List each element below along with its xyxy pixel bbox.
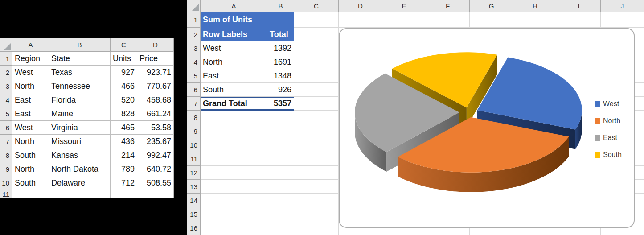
cell-D10[interactable]: 508.55 [137, 176, 174, 190]
cell-A10[interactable]: South [12, 176, 49, 190]
cell-A14[interactable] [201, 194, 267, 207]
cell-J1[interactable] [601, 12, 644, 28]
col-header-I[interactable]: I [557, 0, 601, 12]
row-header-3[interactable]: 3 [0, 79, 12, 93]
cell-B1[interactable] [267, 12, 294, 28]
cell-B4[interactable]: 1691 [267, 55, 294, 69]
cell-B16[interactable] [267, 221, 294, 235]
cell-D4[interactable]: 458.68 [137, 93, 174, 107]
cell-D2[interactable]: 923.71 [137, 66, 174, 79]
col-header-B[interactable]: B [267, 0, 294, 12]
cell-C7[interactable]: 436 [111, 135, 137, 148]
cell-H1[interactable] [513, 12, 557, 28]
cell-A3[interactable]: West [201, 41, 267, 55]
cell-B12[interactable] [267, 166, 294, 180]
col-header-B[interactable]: B [49, 38, 111, 52]
row-header-4[interactable]: 4 [187, 55, 201, 69]
cell-A6[interactable]: South [201, 83, 267, 97]
cell-F1[interactable] [426, 12, 470, 28]
row-header-16[interactable]: 16 [187, 221, 201, 235]
cell-B5[interactable]: 1348 [267, 69, 294, 83]
cell-B8[interactable]: Kansas [49, 148, 111, 162]
cell-B10[interactable]: Delaware [49, 176, 111, 190]
cell-A16[interactable] [201, 221, 267, 235]
3d-pie-chart[interactable] [340, 29, 634, 227]
cell-B15[interactable] [267, 207, 294, 221]
cell-D7[interactable]: 235.67 [137, 135, 174, 148]
cell-A4[interactable]: East [12, 93, 49, 107]
row-header-9[interactable]: 9 [0, 162, 12, 176]
cell-C8[interactable]: 214 [111, 148, 137, 162]
row-header-1[interactable]: 1 [187, 12, 201, 28]
cell-C3[interactable]: 466 [111, 79, 137, 93]
cell-C12[interactable] [294, 166, 339, 180]
cell-A2[interactable]: West [12, 66, 49, 79]
cell-C9[interactable] [294, 124, 339, 138]
row-header-14[interactable]: 14 [187, 194, 201, 207]
row-header-10[interactable]: 10 [187, 138, 201, 152]
col-header-J[interactable]: J [601, 0, 644, 12]
col-header-D[interactable]: D [339, 0, 382, 12]
cell-D5[interactable]: 661.24 [137, 107, 174, 121]
col-header-C[interactable]: C [111, 38, 137, 52]
row-header-5[interactable]: 5 [187, 69, 201, 83]
cell-B2[interactable]: Texas [49, 66, 111, 79]
cell-C3[interactable] [294, 41, 339, 55]
cell-A11[interactable] [201, 152, 267, 166]
row-header-15[interactable]: 15 [187, 207, 201, 221]
cell-B10[interactable] [267, 138, 294, 152]
row-header-6[interactable]: 6 [187, 83, 201, 97]
row-header-9[interactable]: 9 [187, 124, 201, 138]
cell-B7[interactable]: Missouri [49, 135, 111, 148]
cell-C4[interactable] [294, 55, 339, 69]
row-header-11[interactable]: 11 [187, 152, 201, 166]
cell-A11[interactable] [12, 190, 49, 198]
row-header-4[interactable]: 4 [0, 93, 12, 107]
cell-C5[interactable] [294, 69, 339, 83]
cell-C1[interactable] [294, 12, 339, 28]
cell-B9[interactable] [267, 124, 294, 138]
col-header-D[interactable]: D [137, 38, 174, 52]
cell-B4[interactable]: Florida [49, 93, 111, 107]
cell-B3[interactable]: 1392 [267, 41, 294, 55]
cell-A5[interactable]: East [12, 107, 49, 121]
cell-A1[interactable]: Sum of Units [201, 12, 267, 28]
cell-B6[interactable]: Virginia [49, 121, 111, 135]
cell-C10[interactable] [294, 138, 339, 152]
cell-B7[interactable]: 5357 [267, 97, 294, 111]
cell-A1[interactable]: Region [12, 52, 49, 66]
cell-C7[interactable] [294, 97, 339, 111]
col-header-A[interactable]: A [201, 0, 267, 12]
cell-A8[interactable]: South [12, 148, 49, 162]
cell-A4[interactable]: North [201, 55, 267, 69]
row-header-3[interactable]: 3 [187, 41, 201, 55]
cell-C6[interactable] [294, 83, 339, 97]
select-all-corner[interactable] [0, 38, 12, 52]
cell-B6[interactable]: 926 [267, 83, 294, 97]
cell-E1[interactable] [382, 12, 426, 28]
cell-C15[interactable] [294, 207, 339, 221]
legend-item-west[interactable]: West [595, 99, 622, 109]
cell-C16[interactable] [294, 221, 339, 235]
cell-A15[interactable] [201, 207, 267, 221]
cell-D3[interactable]: 770.67 [137, 79, 174, 93]
cell-C2[interactable] [294, 28, 339, 41]
cell-A3[interactable]: North [12, 79, 49, 93]
row-header-11[interactable]: 11 [0, 190, 12, 198]
col-header-C[interactable]: C [294, 0, 339, 12]
row-header-13[interactable]: 13 [187, 180, 201, 194]
col-header-E[interactable]: E [382, 0, 426, 12]
cell-A7[interactable]: Grand Total [201, 97, 267, 111]
cell-D9[interactable]: 640.72 [137, 162, 174, 176]
col-header-A[interactable]: A [12, 38, 49, 52]
cell-A2[interactable]: Row Labels [201, 28, 267, 41]
row-header-10[interactable]: 10 [0, 176, 12, 190]
cell-B1[interactable]: State [49, 52, 111, 66]
cell-D11[interactable] [137, 190, 174, 198]
row-header-2[interactable]: 2 [0, 66, 12, 79]
cell-B5[interactable]: Maine [49, 107, 111, 121]
cell-B3[interactable]: Tennessee [49, 79, 111, 93]
row-header-6[interactable]: 6 [0, 121, 12, 135]
cell-B2[interactable]: Total [267, 28, 294, 41]
row-header-7[interactable]: 7 [0, 135, 12, 148]
